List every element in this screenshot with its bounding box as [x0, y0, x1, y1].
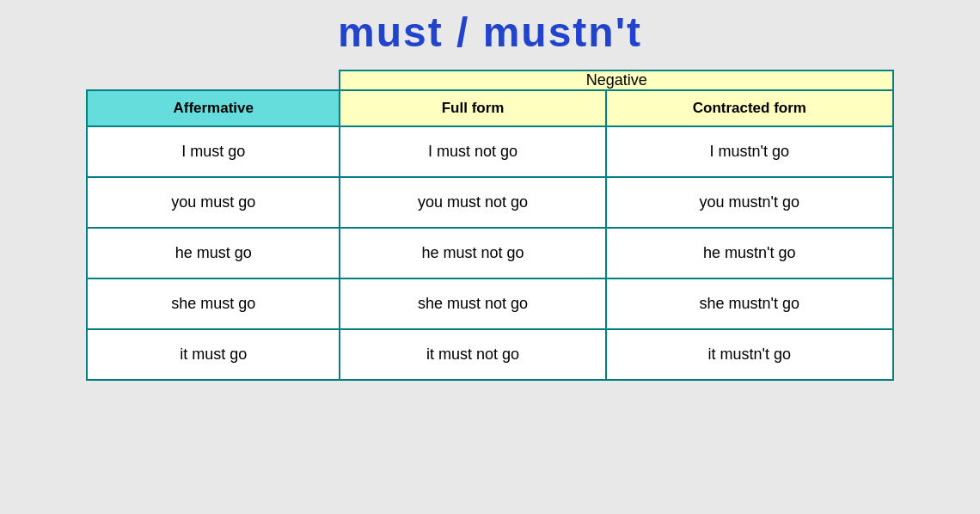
- full-form-cell: he must not go: [340, 228, 605, 278]
- affirmative-cell: you must go: [87, 177, 340, 228]
- contracted-cell: he mustn't go: [606, 228, 893, 278]
- contracted-cell: it mustn't go: [606, 329, 893, 380]
- page-title: must / mustn't: [17, 9, 963, 56]
- table-row: you must go you must not go you mustn't …: [87, 177, 893, 228]
- table-row: he must go he must not go he mustn't go: [87, 228, 893, 278]
- affirmative-cell: I must go: [87, 126, 340, 177]
- table-row: I must go I must not go I mustn't go: [87, 126, 893, 177]
- contracted-cell: you mustn't go: [606, 177, 893, 228]
- column-header-row: Affermative Full form Contracted form: [87, 90, 893, 126]
- spacer-cell: [87, 70, 340, 90]
- contracted-cell: she mustn't go: [606, 278, 893, 329]
- table-row: she must go she must not go she mustn't …: [87, 278, 893, 329]
- full-form-cell: it must not go: [340, 329, 605, 380]
- table-row: it must go it must not go it mustn't go: [87, 329, 893, 380]
- contracted-cell: I mustn't go: [606, 126, 893, 177]
- affirmative-header: Affermative: [87, 90, 340, 126]
- full-form-cell: you must not go: [340, 177, 605, 228]
- negative-header-row: Negative: [87, 70, 893, 90]
- affirmative-cell: it must go: [87, 329, 340, 380]
- affirmative-cell: she must go: [87, 278, 340, 329]
- negative-header-cell: Negative: [340, 70, 893, 90]
- full-form-cell: I must not go: [340, 126, 605, 177]
- full-form-cell: she must not go: [340, 278, 605, 329]
- full-form-header: Full form: [340, 90, 605, 126]
- grammar-table: Negative Affermative Full form Contracte…: [86, 70, 894, 381]
- affirmative-cell: he must go: [87, 228, 340, 278]
- page-container: must / mustn't Negative Affermative Full…: [0, 0, 980, 514]
- contracted-form-header: Contracted form: [606, 90, 893, 126]
